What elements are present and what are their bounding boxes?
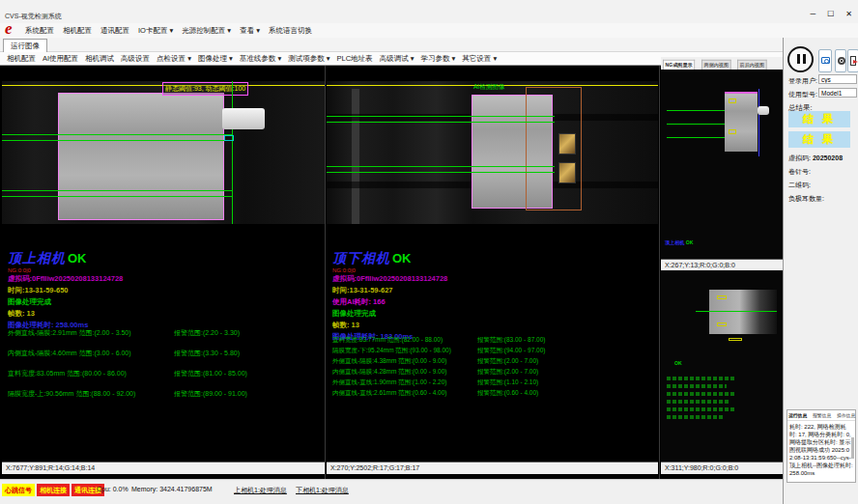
- upper-camera-message-link[interactable]: 上相机1:处理消息: [234, 486, 287, 495]
- negative-tab-count-label: 负极耳数量:: [788, 194, 824, 204]
- yellow-marker: [717, 322, 727, 326]
- tab-fleck: [558, 133, 576, 154]
- measure-line-green: [2, 190, 232, 191]
- close-icon[interactable]: ✕: [845, 10, 852, 18]
- done-line: 图像处理完成: [8, 296, 317, 308]
- virtual-code-row: 虚拟码: 20250208: [788, 154, 843, 163]
- camera-name: 顶上相机: [665, 240, 684, 245]
- measure-line-green: [696, 311, 777, 312]
- top-camera-image-view[interactable]: 静态阈值:93, 动态阈值:100: [2, 81, 325, 224]
- measurement-label: 内侧直线-隔膜:4.28mm 范围:(0.00 - 9.00): [332, 368, 446, 375]
- pause-button[interactable]: [787, 46, 814, 72]
- lower-camera-message-link[interactable]: 下相机1:处理消息: [296, 486, 349, 495]
- measurement-label: 内侧直线-隔膜:4.60mm 范围:(3.00 - 6.00): [8, 350, 131, 356]
- tool-advanced-settings[interactable]: 高级设置: [121, 54, 150, 64]
- menu-light-config[interactable]: 光源控制配置 ▾: [182, 26, 231, 36]
- alarm-range: 报警范围:(0.60 - 4.00): [477, 389, 538, 398]
- virtual-code-label: 虚拟码:: [788, 154, 811, 161]
- yellow-marker: [729, 129, 736, 134]
- pixel-info-strip: X:270;Y:2502;R:17;G:17;B:17: [327, 462, 658, 474]
- measurement-row: 内侧直线-隔膜:4.60mm 范围:(3.00 - 6.00) 报警范围:(3.…: [8, 349, 135, 369]
- time-line: 时间:13-31-59-650: [8, 285, 317, 296]
- virtual-code-line: 虚拟码:0FfIIiw20250208133124728: [332, 273, 642, 285]
- tool-test-params[interactable]: 测试项参数 ▾: [288, 54, 329, 64]
- preview-tab-sides[interactable]: 两侧内视图: [701, 60, 731, 70]
- pixel-info-strip: X:311;Y:980;R:0;G:0;B:0: [661, 462, 783, 474]
- measurement-label: 隔膜宽度-下:95.24mm 范围:(93.00 - 98.00): [332, 347, 451, 353]
- tool-advanced-debug[interactable]: 高级调试 ▾: [380, 54, 415, 64]
- result-box-top: 结 果: [788, 111, 850, 127]
- tab-run-image[interactable]: 运行图像: [3, 39, 47, 53]
- measurement-label: 直料宽度:83.77mm 范围:(82.00 - 88.00): [332, 336, 443, 343]
- menubar: e 系统配置 相机配置 通讯配置 IO卡配置 ▾ 光源控制配置 ▾ 查看 ▾ 系…: [0, 23, 858, 38]
- titlebar: CVS-视觉检测系统 ─ ☐ ✕: [0, 0, 858, 23]
- result-text-row: [667, 392, 736, 396]
- tool-ai-config[interactable]: AI使用配置: [43, 54, 78, 64]
- exit-button[interactable]: [847, 49, 858, 72]
- model-label: 使用型号:: [788, 90, 817, 99]
- virtual-code-line: 虚拟码:0FfIIiw20250208133124728: [8, 273, 317, 285]
- measurement-row: 直料宽度:83.77mm 范围:(82.00 - 88.00) 报警范围:(83…: [332, 336, 451, 347]
- ai-time-line: 使用AI耗时: 166: [332, 296, 642, 308]
- result-text-row: [667, 377, 734, 380]
- tool-other-settings[interactable]: 其它设置 ▾: [462, 54, 497, 64]
- preview-tab-frontback[interactable]: 前后内视图: [737, 60, 767, 70]
- tool-plc-address[interactable]: PLC地址表: [337, 54, 373, 64]
- measure-line-green: [327, 122, 555, 123]
- done-line: 图像处理完成: [332, 308, 642, 320]
- login-user-field[interactable]: [818, 74, 857, 84]
- bottom-camera-image-view[interactable]: AI检测图像: [327, 81, 658, 224]
- alarm-range: 报警范围:(1.10 - 2.10): [477, 378, 538, 387]
- tool-image-processing[interactable]: 图像处理 ▾: [198, 54, 233, 64]
- alarm-range: 报警范围:(2.00 - 7.00): [477, 368, 538, 377]
- model-field[interactable]: [818, 88, 857, 98]
- measurement-row: 外侧直线-直线:1.90mm 范围:(1.00 - 2.20) 报警范围:(1.…: [332, 378, 451, 389]
- measurement-label: 外侧直线-直线:1.90mm 范围:(1.00 - 2.20): [332, 378, 446, 385]
- result-text-row: [667, 415, 723, 419]
- measurement-label: 直料宽度:83.05mm 范围:(80.00 - 86.00): [8, 370, 127, 377]
- log-panel: 运行信息 报警信息 操作信息 耗时: 222, 网络检测耗时: 17, 网络分类…: [786, 409, 856, 483]
- menu-language-switch[interactable]: 系统语言切换: [269, 26, 312, 36]
- measure-line-green: [327, 116, 555, 117]
- menu-comm-config[interactable]: 通讯配置: [100, 26, 129, 36]
- status-badges: 心跳信号 相机连接 通讯连接: [2, 484, 104, 496]
- result-ok: OK: [68, 251, 87, 266]
- camera-icon: [821, 57, 830, 64]
- camera-button[interactable]: [818, 49, 832, 72]
- measure-line-green: [667, 110, 725, 111]
- ai-image-label: AI检测图像: [473, 83, 504, 92]
- log-tab-run[interactable]: 运行信息: [788, 412, 807, 419]
- settings-button[interactable]: [835, 49, 846, 72]
- preview-camera-label: 顶上相机 OK: [665, 239, 693, 247]
- menu-system-config[interactable]: 系统配置: [25, 26, 54, 36]
- preview-tab-ng[interactable]: NG成图显示: [663, 60, 695, 70]
- result-text-row: [667, 400, 730, 404]
- measure-line-green: [667, 137, 725, 138]
- alarm-range: 报警范围:(81.00 - 85.00): [174, 369, 247, 378]
- cyan-marker: [224, 135, 234, 141]
- tool-camera-debug[interactable]: 相机调试: [85, 54, 114, 64]
- menu-view[interactable]: 查看 ▾: [240, 26, 260, 36]
- tool-learning-params[interactable]: 学习参数 ▾: [420, 54, 455, 64]
- maximize-icon[interactable]: ☐: [827, 10, 834, 18]
- log-scrollbar[interactable]: [851, 437, 854, 459]
- alarm-range: 报警范围:(3.30 - 5.80): [174, 349, 240, 358]
- tool-camera-config[interactable]: 相机配置: [7, 54, 36, 64]
- preview-panel-2[interactable]: OK: [661, 270, 783, 462]
- tool-baseline-params[interactable]: 基准线参数 ▾: [240, 54, 281, 64]
- menu-io-config[interactable]: IO卡配置 ▾: [138, 26, 173, 36]
- panel-divider: [325, 66, 326, 479]
- measurement-row: 外侧直线-隔膜:4.38mm 范围:(0.00 - 9.00) 报警范围:(2.…: [332, 357, 451, 368]
- measurement-row: 外侧直线-隔膜:2.91mm 范围:(2.00 - 3.50) 报警范围:(2.…: [8, 328, 135, 349]
- yellow-marker: [729, 98, 736, 103]
- measurement-row: 内侧直线-隔膜:4.28mm 范围:(0.00 - 9.00) 报警范围:(2.…: [332, 368, 451, 378]
- log-tab-operation[interactable]: 操作信息: [837, 412, 855, 419]
- log-tab-alarm[interactable]: 报警信息: [813, 412, 831, 419]
- minimize-icon[interactable]: ─: [810, 10, 815, 18]
- result-text-row: [667, 384, 727, 388]
- frame-count-line: 帧数: 13: [332, 320, 642, 331]
- menu-camera-config[interactable]: 相机配置: [63, 26, 92, 36]
- preview-panel-1[interactable]: 顶上相机 OK: [661, 70, 783, 259]
- exit-icon: [850, 56, 856, 66]
- tool-spot-check[interactable]: 点检设置 ▾: [157, 54, 191, 64]
